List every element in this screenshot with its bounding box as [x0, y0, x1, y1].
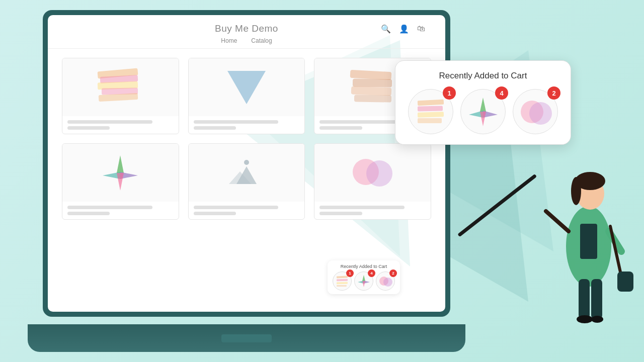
svg-rect-20 — [418, 106, 443, 111]
site-nav: Home Catalog — [221, 37, 272, 44]
header-icons: 🔍 👤 🛍 — [381, 24, 425, 34]
nav-home[interactable]: Home — [221, 37, 237, 44]
product-info-4 — [62, 202, 179, 219]
svg-rect-37 — [591, 279, 602, 319]
svg-marker-23 — [480, 98, 486, 112]
svg-rect-36 — [579, 279, 590, 319]
cart-icon[interactable]: 🛍 — [417, 24, 425, 34]
user-icon[interactable]: 👤 — [399, 24, 409, 34]
cart-large-item-1: 1 — [408, 89, 453, 134]
pointer-stick — [457, 174, 537, 237]
cart-large-badge-3: 2 — [547, 86, 560, 100]
svg-point-31 — [571, 177, 581, 205]
product-card-2[interactable] — [188, 58, 305, 134]
cart-small-item-2: 4 — [354, 272, 373, 291]
cart-large-item-3: 2 — [513, 89, 558, 134]
cart-large-badge-2: 4 — [495, 86, 508, 100]
person-svg — [536, 126, 641, 342]
product-card-4[interactable] — [62, 143, 179, 220]
svg-rect-19 — [418, 99, 444, 106]
star-compass-svg — [100, 153, 140, 193]
product-image-4 — [62, 144, 179, 202]
svg-rect-22 — [418, 118, 442, 123]
svg-rect-21 — [418, 112, 444, 118]
svg-marker-18 — [362, 281, 365, 287]
cart-popup-large-title: Recently Added to Cart — [407, 71, 559, 81]
svg-marker-15 — [362, 275, 365, 281]
svg-rect-13 — [337, 282, 348, 285]
cart-small-badge-2: 4 — [368, 269, 375, 277]
svg-point-39 — [591, 316, 603, 323]
cart-small-item-3: 2 — [376, 272, 395, 291]
cart-small-item-1: 1 — [333, 272, 352, 291]
svg-point-38 — [577, 315, 593, 323]
product-card-5[interactable] — [188, 143, 305, 220]
svg-rect-28 — [580, 224, 597, 259]
svg-marker-7 — [117, 173, 124, 191]
site-title: Buy Me Demo — [215, 23, 278, 34]
product-image-6 — [314, 144, 431, 202]
laptop-screen-frame: Buy Me Demo 🔍 👤 🛍 Home Catalog — [43, 10, 450, 317]
site-header: Buy Me Demo 🔍 👤 🛍 Home Catalog — [48, 15, 445, 49]
cart-large-item-2: 4 — [460, 89, 506, 134]
cart-large-badge-1: 1 — [443, 86, 456, 100]
cart-popup-large: Recently Added to Cart 1 — [395, 60, 571, 145]
search-icon[interactable]: 🔍 — [381, 24, 391, 34]
cart-small-badge-3: 2 — [389, 269, 397, 277]
product-card-6[interactable] — [314, 143, 431, 220]
laptop-base — [28, 324, 465, 352]
product-info-6 — [314, 202, 431, 219]
product-card-1[interactable] — [62, 58, 179, 134]
laptop-trackpad — [221, 334, 272, 342]
product-grid — [48, 49, 445, 229]
svg-line-32 — [546, 211, 569, 231]
person-illustration — [536, 126, 641, 342]
product-info-2 — [189, 116, 305, 134]
svg-rect-14 — [337, 285, 347, 287]
svg-marker-26 — [480, 112, 486, 126]
svg-marker-4 — [117, 155, 124, 173]
cart-small-badge-1: 1 — [346, 269, 354, 277]
nav-catalog[interactable]: Catalog — [251, 37, 272, 44]
product-image-5 — [189, 144, 305, 202]
svg-rect-12 — [337, 279, 348, 281]
product-image-2 — [189, 58, 305, 116]
svg-point-8 — [244, 160, 249, 165]
laptop-screen: Buy Me Demo 🔍 👤 🛍 Home Catalog — [48, 15, 445, 312]
page-wrapper: Buy Me Demo 🔍 👤 🛍 Home Catalog — [0, 0, 644, 362]
svg-rect-35 — [617, 272, 633, 292]
product-image-1 — [62, 58, 179, 116]
mountain-svg — [229, 156, 264, 189]
product-info-5 — [189, 202, 305, 219]
cart-large-items: 1 4 2 — [407, 89, 559, 134]
svg-rect-11 — [337, 276, 348, 278]
cart-popup-small-title: Recently Added to Cart — [333, 264, 395, 269]
cart-popup-small: Recently Added to Cart 1 — [328, 260, 400, 294]
product-info-1 — [62, 116, 179, 134]
cart-small-items: 1 4 — [333, 272, 395, 291]
